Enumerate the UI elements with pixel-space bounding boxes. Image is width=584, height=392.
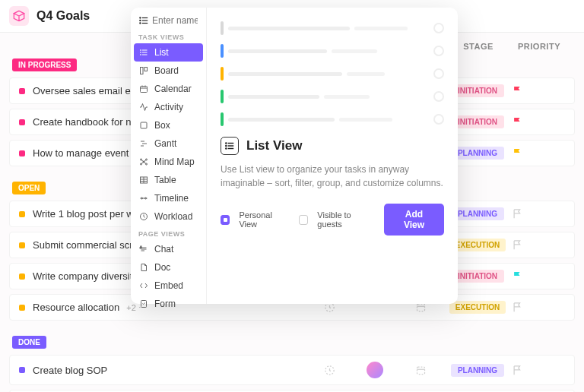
svg-point-80 (226, 145, 227, 146)
list-icon (138, 47, 149, 58)
status-bullet (19, 150, 25, 156)
chat-icon: # (138, 244, 149, 254)
svg-line-59 (141, 162, 144, 164)
list-icon (138, 15, 149, 26)
timeline-icon (138, 193, 149, 204)
activity-icon (138, 102, 149, 112)
task-group-done: DONECreate blog SOPPLANNINGSet up monthl… (9, 331, 575, 392)
svg-rect-44 (141, 87, 148, 93)
status-bullet (19, 367, 25, 373)
detail-description: Use List view to organize your tasks in … (221, 163, 444, 190)
view-option-box[interactable]: Box (131, 116, 206, 134)
stage-pill[interactable]: INITIATION (451, 84, 504, 97)
view-type-dropdown: TASK VIEWS ListBoardCalendarActivityBoxG… (131, 8, 207, 304)
priority-flag[interactable] (512, 270, 565, 282)
svg-rect-42 (141, 68, 144, 74)
stage-pill[interactable]: PLANNING (451, 364, 504, 377)
status-bullet (19, 88, 25, 94)
stage-pill[interactable]: PLANNING (451, 207, 504, 220)
board-icon (138, 65, 149, 76)
svg-point-41 (141, 55, 141, 55)
priority-flag[interactable] (512, 208, 565, 220)
svg-point-35 (140, 23, 141, 24)
view-option-label: Doc (154, 262, 170, 273)
svg-text:#: # (140, 245, 142, 249)
calendar-icon (138, 84, 149, 94)
group-badge[interactable]: OPEN (12, 182, 46, 194)
svg-point-34 (140, 20, 141, 21)
priority-flag[interactable] (512, 302, 565, 313)
stage-pill[interactable]: INITIATION (451, 115, 504, 128)
view-option-label: Workload (154, 211, 192, 222)
svg-point-39 (141, 50, 141, 51)
form-icon (138, 299, 149, 309)
view-option-table[interactable]: Table (131, 171, 206, 189)
view-option-label: Gantt (154, 138, 176, 149)
view-option-label: Table (154, 175, 176, 185)
view-option-mind-map[interactable]: Mind Map (131, 153, 206, 171)
visible-to-guests-checkbox[interactable] (299, 215, 308, 225)
priority-flag[interactable] (512, 116, 565, 128)
task-row[interactable]: Create blog SOPPLANNING (9, 355, 575, 385)
view-option-chat[interactable]: #Chat (131, 240, 206, 258)
group-badge[interactable]: DONE (12, 336, 46, 349)
visible-to-guests-label: Visible to guests (317, 210, 375, 229)
group-badge[interactable]: IN PROGRESS (12, 58, 77, 71)
doc-icon (138, 262, 149, 273)
svg-point-79 (226, 143, 227, 144)
status-bullet (19, 119, 25, 125)
priority-flag[interactable] (512, 365, 565, 376)
priority-flag[interactable] (512, 85, 565, 96)
avatar (367, 362, 383, 378)
view-option-form[interactable]: Form (131, 295, 206, 313)
add-view-button[interactable]: Add View (384, 204, 444, 236)
view-option-doc[interactable]: Doc (131, 258, 206, 277)
view-option-list[interactable]: List (134, 43, 203, 62)
view-picker-popover: TASK VIEWS ListBoardCalendarActivityBoxG… (131, 8, 458, 304)
svg-point-81 (226, 148, 227, 149)
svg-rect-43 (144, 68, 148, 71)
view-option-workload[interactable]: Workload (131, 207, 206, 226)
view-detail-panel: List View Use List view to organize your… (207, 8, 458, 304)
view-option-calendar[interactable]: Calendar (131, 80, 206, 98)
gantt-icon (138, 138, 149, 149)
view-option-label: Activity (154, 102, 183, 112)
task-name: Create blog SOP (33, 365, 306, 376)
priority-flag[interactable] (512, 239, 565, 251)
stage-pill[interactable]: INITIATION (451, 270, 504, 283)
view-option-embed[interactable]: Embed (131, 277, 206, 295)
assignee-cell[interactable] (352, 362, 398, 378)
status-bullet (19, 273, 25, 280)
view-option-label: Board (154, 65, 179, 76)
personal-view-checkbox[interactable] (221, 215, 230, 225)
table-icon (138, 175, 149, 185)
stage-pill[interactable]: PLANNING (451, 147, 504, 160)
page-views-section: PAGE VIEWS (131, 226, 206, 240)
detail-title: List View (246, 138, 302, 153)
priority-flag[interactable] (512, 147, 565, 159)
status-bullet (19, 211, 25, 217)
view-option-label: Timeline (154, 193, 189, 204)
view-name-input[interactable] (152, 15, 198, 26)
view-option-board[interactable]: Board (131, 62, 206, 80)
svg-rect-19 (417, 304, 424, 311)
view-option-label: Form (154, 299, 176, 309)
svg-point-40 (141, 52, 141, 53)
status-bullet (19, 242, 25, 248)
view-option-label: Box (154, 120, 170, 131)
svg-line-58 (144, 160, 147, 162)
svg-line-57 (141, 160, 144, 162)
view-option-activity[interactable]: Activity (131, 98, 206, 116)
box-icon (138, 120, 149, 131)
page-title: Q4 Goals (36, 9, 90, 23)
view-option-label: Embed (154, 280, 183, 291)
workload-icon (138, 211, 149, 222)
view-option-gantt[interactable]: Gantt (131, 134, 206, 153)
view-option-timeline[interactable]: Timeline (131, 189, 206, 207)
list-view-preview (221, 21, 444, 120)
calendar-icon[interactable] (398, 365, 443, 376)
clock-icon[interactable] (306, 365, 352, 376)
svg-rect-48 (141, 122, 147, 128)
view-option-label: Chat (154, 244, 173, 254)
list-icon (221, 137, 239, 155)
